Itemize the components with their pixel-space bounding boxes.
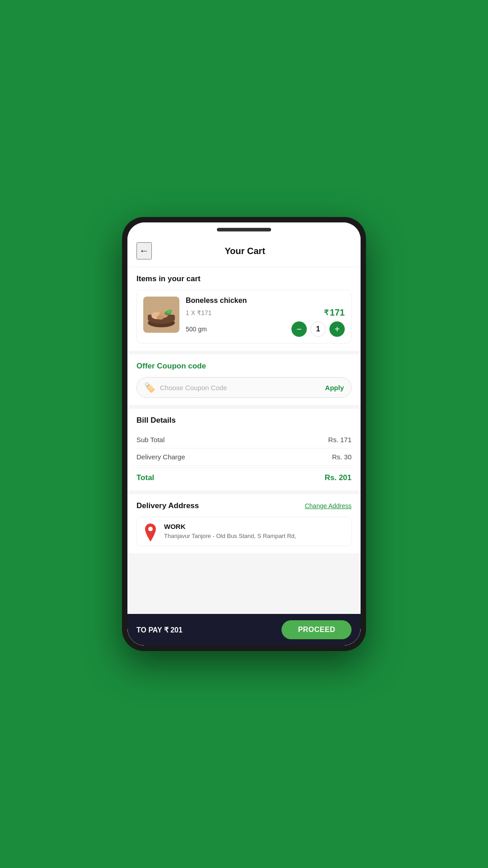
cart-item-card: Boneless chicken 1 X ₹171 ₹ 171 500 gm − <box>136 290 352 344</box>
address-details: WORK Thanjavur Tanjore - Old Bus Stand, … <box>164 523 296 540</box>
increase-qty-button[interactable]: + <box>329 321 345 337</box>
delivery-charge-label: Delivery Charge <box>136 453 185 461</box>
subtotal-value: Rs. 171 <box>328 436 352 443</box>
notch <box>217 228 271 231</box>
item-weight-row: 500 gm − 1 + <box>186 321 345 337</box>
item-price-row: 1 X ₹171 ₹ 171 <box>186 307 345 318</box>
address-text: Thanjavur Tanjore - Old Bus Stand, S Ram… <box>164 532 296 540</box>
coupon-placeholder-text: Choose Coupon Code <box>160 384 325 392</box>
item-name: Boneless chicken <box>186 297 345 305</box>
coupon-input-row[interactable]: 🏷️ Choose Coupon Code Apply <box>136 377 352 398</box>
subtotal-label: Sub Total <box>136 436 164 443</box>
header: ← Your Cart <box>127 237 361 267</box>
item-qty-price: 1 X ₹171 <box>186 309 211 316</box>
scroll-content: Items in your cart <box>127 267 361 646</box>
delivery-section: Delivery Address Change Address WORK Tha… <box>127 494 361 553</box>
quantity-value: 1 <box>310 321 326 337</box>
quantity-controls: − 1 + <box>291 321 345 337</box>
bill-section: Bill Details Sub Total Rs. 171 Delivery … <box>127 409 361 491</box>
bill-row-subtotal: Sub Total Rs. 171 <box>136 431 352 448</box>
svg-point-8 <box>148 527 153 531</box>
coupon-icon: 🏷️ <box>144 382 155 393</box>
apply-coupon-button[interactable]: Apply <box>325 384 344 392</box>
address-card: WORK Thanjavur Tanjore - Old Bus Stand, … <box>136 517 352 546</box>
bill-row-delivery: Delivery Charge Rs. 30 <box>136 448 352 466</box>
item-weight: 500 gm <box>186 326 207 333</box>
status-bar <box>127 222 361 237</box>
cart-section: Items in your cart <box>127 267 361 351</box>
item-image <box>143 297 179 333</box>
coupon-section-title: Offer Coupon code <box>136 362 352 371</box>
bill-section-title: Bill Details <box>136 416 352 425</box>
change-address-button[interactable]: Change Address <box>305 502 352 509</box>
delivery-header: Delivery Address Change Address <box>136 501 352 510</box>
item-details: Boneless chicken 1 X ₹171 ₹ 171 500 gm − <box>186 297 345 337</box>
address-type: WORK <box>164 523 296 530</box>
svg-point-5 <box>157 315 164 320</box>
to-pay-label: TO PAY ₹ 201 <box>136 626 183 634</box>
delivery-charge-value: Rs. 30 <box>332 453 352 461</box>
coupon-section: Offer Coupon code 🏷️ Choose Coupon Code … <box>127 354 361 405</box>
location-pin-icon <box>143 524 158 538</box>
delivery-section-title: Delivery Address <box>136 501 199 510</box>
proceed-button[interactable]: PROCEED <box>282 620 352 639</box>
decrease-qty-button[interactable]: − <box>291 321 307 337</box>
bottom-bar: TO PAY ₹ 201 PROCEED <box>127 614 361 646</box>
page-title: Your Cart <box>225 246 265 256</box>
back-button[interactable]: ← <box>136 242 152 259</box>
item-total-price: ₹ 171 <box>324 307 345 318</box>
total-label: Total <box>136 473 154 482</box>
cart-section-title: Items in your cart <box>136 274 352 283</box>
bill-total-row: Total Rs. 201 <box>136 467 352 483</box>
total-value: Rs. 201 <box>324 473 352 482</box>
